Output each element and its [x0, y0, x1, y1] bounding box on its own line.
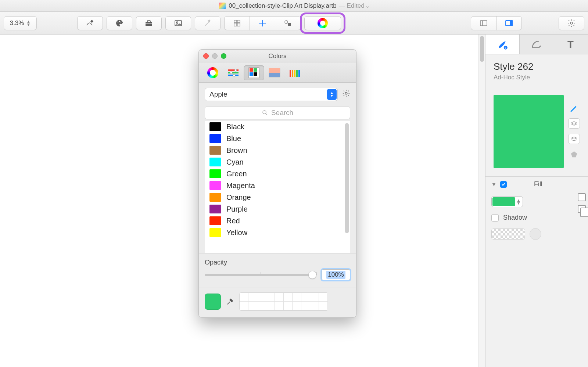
- document-icon: [219, 3, 226, 9]
- canvas-scrollbar[interactable]: [478, 35, 485, 367]
- color-swatch: [209, 122, 221, 131]
- opacity-field[interactable]: 100%: [322, 269, 350, 280]
- crosshair-icon: [258, 19, 267, 28]
- edit-pencil-button[interactable]: [569, 104, 579, 113]
- color-list-item[interactable]: Blue: [205, 133, 343, 144]
- stepper-icon[interactable]: ▲▼: [515, 199, 522, 205]
- color-list[interactable]: BlackBlueBrownCyanGreenMagentaOrangePurp…: [205, 121, 350, 253]
- tab-style-info[interactable]: i: [485, 35, 520, 54]
- current-color-swatch[interactable]: [205, 294, 221, 310]
- svg-point-7: [176, 22, 178, 23]
- color-picker-button[interactable]: [304, 16, 341, 30]
- canvas-area[interactable]: Colors: [0, 35, 478, 367]
- color-wheel-icon: [318, 18, 328, 28]
- left-panel-toggle[interactable]: [471, 16, 496, 30]
- svg-rect-27: [269, 68, 280, 73]
- traffic-lights: [203, 53, 226, 59]
- style-subtitle: Ad-Hoc Style: [485, 74, 588, 88]
- color-tab-palettes[interactable]: [244, 65, 264, 80]
- color-list-item[interactable]: Brown: [205, 144, 343, 156]
- crosshair-button[interactable]: [250, 16, 275, 30]
- tab-text[interactable]: T: [554, 35, 588, 54]
- svg-rect-4: [147, 21, 150, 22]
- svg-rect-24: [250, 72, 253, 76]
- multi-object-icon[interactable]: [578, 205, 586, 213]
- draw-tool-button[interactable]: [77, 16, 103, 30]
- palette-select[interactable]: Apple ▲▼: [205, 88, 338, 101]
- zoom-dropdown[interactable]: 3.3% ▲▼: [4, 16, 37, 30]
- close-button[interactable]: [203, 53, 209, 59]
- fill-section-header[interactable]: ▼ Fill: [485, 177, 588, 192]
- svg-rect-32: [296, 70, 298, 77]
- eyedropper-button[interactable]: [226, 298, 234, 306]
- color-tab-pencils[interactable]: [285, 65, 305, 80]
- color-list-item[interactable]: Yellow: [205, 227, 343, 238]
- color-list-item[interactable]: Black: [205, 121, 343, 133]
- pencil-path-icon: [86, 19, 94, 28]
- svg-rect-5: [146, 24, 152, 24]
- opacity-slider[interactable]: [205, 271, 316, 279]
- style-preview-swatch: [494, 95, 564, 168]
- color-tab-sliders[interactable]: [223, 65, 244, 80]
- sliders-icon: [227, 68, 239, 77]
- palette-grid-icon: [248, 67, 259, 78]
- palette-tool-button[interactable]: [107, 16, 132, 30]
- svg-point-34: [345, 92, 347, 94]
- color-tab-image[interactable]: [264, 65, 285, 80]
- window-titlebar: 00_collection-style-Clip Art Display.art…: [0, 0, 588, 12]
- toolbox-button[interactable]: [136, 16, 162, 30]
- color-label: Black: [226, 123, 244, 131]
- svg-rect-28: [269, 73, 280, 77]
- shadow-label: Shadow: [503, 214, 527, 222]
- colors-panel[interactable]: Colors: [198, 49, 356, 318]
- svg-rect-13: [510, 21, 512, 26]
- swatch-wells[interactable]: [239, 292, 328, 311]
- grid-button[interactable]: [224, 16, 250, 30]
- color-swatch: [209, 216, 221, 225]
- color-swatch: [209, 134, 221, 143]
- image-tool-button[interactable]: [165, 16, 191, 30]
- minimize-button[interactable]: [212, 53, 218, 59]
- fill-color-well[interactable]: ▲▼: [491, 196, 523, 207]
- fill-opacity-well[interactable]: [491, 229, 525, 240]
- color-label: Blue: [226, 134, 241, 143]
- shapes-button[interactable]: [275, 16, 301, 30]
- colors-panel-titlebar[interactable]: Colors: [199, 50, 356, 63]
- color-list-item[interactable]: Purple: [205, 203, 343, 215]
- color-list-item[interactable]: Red: [205, 215, 343, 227]
- tab-stroke[interactable]: [520, 35, 554, 54]
- dropdown-stepper-icon: ▲▼: [327, 89, 337, 100]
- shadow-checkbox[interactable]: [491, 214, 499, 222]
- scrollbar-thumb[interactable]: [480, 36, 484, 62]
- duplicate-button[interactable]: [568, 134, 580, 144]
- color-list-item[interactable]: Cyan: [205, 156, 343, 168]
- magic-wand-button[interactable]: [195, 16, 220, 30]
- chevron-down-icon[interactable]: ⌵: [366, 3, 369, 9]
- scrollbar-thumb[interactable]: [345, 123, 349, 233]
- gear-icon: [567, 19, 576, 28]
- slider-knob[interactable]: [308, 271, 316, 279]
- workspace: Colors: [0, 35, 588, 367]
- stack-icon: [571, 136, 577, 141]
- text-icon: T: [566, 39, 577, 50]
- color-list-item[interactable]: Orange: [205, 191, 343, 203]
- svg-rect-16: [228, 72, 239, 73]
- svg-rect-11: [480, 21, 487, 26]
- svg-point-18: [234, 69, 237, 71]
- color-search-field[interactable]: Search: [205, 106, 350, 119]
- layers-button[interactable]: [568, 118, 580, 129]
- color-tab-wheel[interactable]: [202, 65, 223, 80]
- maximize-button[interactable]: [221, 53, 226, 59]
- settings-button[interactable]: [559, 16, 584, 30]
- svg-rect-8: [234, 20, 240, 26]
- color-label: Green: [226, 170, 247, 178]
- right-panel-toggle[interactable]: [496, 16, 522, 30]
- main-toolbar: 3.3% ▲▼: [0, 12, 588, 35]
- palette-gear-button[interactable]: [342, 89, 350, 100]
- color-list-item[interactable]: Green: [205, 168, 343, 180]
- color-list-item[interactable]: Magenta: [205, 180, 343, 191]
- single-object-icon[interactable]: [578, 193, 586, 201]
- color-label: Yellow: [226, 229, 247, 237]
- style-preview-row: [485, 88, 588, 176]
- angle-dial[interactable]: [530, 228, 541, 240]
